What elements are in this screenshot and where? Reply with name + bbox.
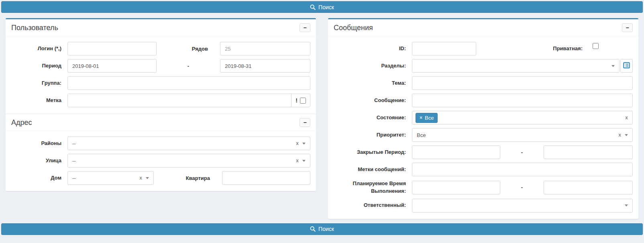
- left-column: Пользователь − Логин (*,) Рядов Период: [6, 18, 316, 191]
- chevron-down-icon: [611, 65, 615, 67]
- period-label: Период: [11, 62, 67, 70]
- priority-select[interactable]: Все x: [412, 128, 633, 142]
- house-label: Дом: [11, 174, 67, 182]
- chevron-down-icon: [146, 177, 149, 179]
- row-sections: Разделы:: [334, 59, 633, 73]
- priority-label: Приоритет:: [334, 131, 412, 139]
- search-button-top[interactable]: Поиск: [1, 1, 643, 13]
- message-tags-label: Метки сообщений:: [334, 166, 412, 174]
- row-priority: Приоритет: Все x: [334, 128, 633, 142]
- districts-clear-icon[interactable]: x: [296, 141, 299, 146]
- street-label: Улица: [11, 157, 67, 165]
- tag-input-group: !: [67, 94, 310, 107]
- street-clear-icon[interactable]: x: [296, 158, 299, 163]
- content-area: Пользователь − Логин (*,) Рядов Период: [0, 18, 644, 219]
- messages-collapse-button[interactable]: −: [622, 23, 633, 32]
- row-districts: Районы -- x: [11, 137, 310, 150]
- id-input[interactable]: [412, 42, 476, 55]
- planned-time-to-input[interactable]: [544, 181, 633, 194]
- rows-input[interactable]: [220, 42, 310, 55]
- search-button-bottom[interactable]: Поиск: [1, 223, 643, 235]
- search-button-label: Поиск: [318, 226, 334, 232]
- message-tags-input[interactable]: [412, 163, 633, 176]
- message-input[interactable]: [412, 94, 633, 107]
- login-input[interactable]: [67, 42, 157, 55]
- user-section-body: Логин (*,) Рядов Период - Группа:: [6, 36, 316, 114]
- closed-period-to-input[interactable]: [544, 145, 633, 159]
- row-responsible: Ответственный:: [334, 199, 633, 212]
- house-select[interactable]: -- x: [67, 171, 154, 185]
- responsible-label: Ответственный:: [334, 202, 412, 209]
- row-planned-time: Планируемое Время Выполнения: -: [334, 180, 633, 195]
- planned-time-label: Планируемое Время Выполнения:: [334, 180, 412, 195]
- row-message: Сообщение:: [334, 94, 633, 107]
- group-label: Группа:: [11, 80, 67, 87]
- house-clear-icon[interactable]: x: [139, 176, 142, 180]
- districts-value: --: [72, 141, 296, 147]
- period-from-input[interactable]: [67, 59, 157, 73]
- messages-section-header: Сообщения −: [328, 19, 638, 36]
- messages-section-body: ID: Приватная: Разделы:: [328, 36, 638, 219]
- row-house-apartment: Дом -- x Квартира: [11, 171, 310, 185]
- sections-label: Разделы:: [334, 62, 412, 70]
- address-section-body: Районы -- x Улица --: [6, 131, 316, 191]
- priority-clear-icon[interactable]: x: [618, 133, 621, 137]
- street-value: --: [72, 158, 296, 164]
- private-label: Приватная:: [553, 45, 593, 53]
- address-section-title: Адрес: [11, 118, 32, 127]
- list-icon: [623, 62, 630, 70]
- id-label: ID:: [334, 45, 412, 53]
- user-collapse-button[interactable]: −: [300, 23, 310, 32]
- section-address: Адрес − Районы -- x: [6, 114, 316, 191]
- priority-value: Все: [417, 132, 618, 138]
- row-period: Период -: [11, 59, 310, 73]
- responsible-select[interactable]: [412, 199, 633, 212]
- user-section-header: Пользователь −: [6, 19, 316, 36]
- address-section-header: Адрес −: [6, 114, 316, 131]
- apartment-input[interactable]: [222, 171, 310, 185]
- private-checkbox[interactable]: [593, 43, 599, 49]
- address-collapse-button[interactable]: −: [300, 118, 310, 127]
- subject-label: Тема:: [334, 80, 412, 87]
- row-state: Состояние: × Все x: [334, 111, 633, 125]
- row-tag: Метка !: [11, 94, 310, 107]
- house-value: --: [72, 175, 139, 181]
- search-icon: [310, 226, 316, 232]
- row-closed-period: Закрытые Период: -: [334, 145, 633, 159]
- state-clear-icon[interactable]: x: [625, 115, 628, 120]
- tag-remove-icon[interactable]: ×: [420, 115, 422, 120]
- section-user: Пользователь − Логин (*,) Рядов Период: [6, 19, 316, 114]
- period-to-input[interactable]: [220, 59, 310, 73]
- chevron-down-icon: [625, 204, 628, 206]
- user-address-card: Пользователь − Логин (*,) Рядов Период: [6, 18, 316, 191]
- subject-input[interactable]: [412, 76, 633, 90]
- row-street: Улица -- x: [11, 154, 310, 167]
- rows-label: Рядов: [192, 46, 220, 52]
- state-multiselect[interactable]: × Все x: [412, 111, 633, 125]
- planned-time-from-input[interactable]: [412, 181, 500, 194]
- messages-section-title: Сообщения: [334, 24, 373, 32]
- closed-period-from-input[interactable]: [412, 145, 500, 159]
- tag-exact-checkbox[interactable]: [300, 98, 306, 104]
- tag-input[interactable]: [68, 94, 291, 107]
- minus-icon: −: [626, 25, 629, 31]
- messages-card: Сообщения − ID: Приватная:: [328, 18, 638, 219]
- minus-icon: −: [303, 25, 306, 31]
- chevron-down-icon: [302, 143, 306, 145]
- group-input[interactable]: [67, 76, 310, 90]
- tag-label: Метка: [11, 97, 67, 104]
- tag-addon: !: [291, 94, 310, 107]
- sections-tree-button[interactable]: [620, 59, 633, 73]
- state-label: Состояние:: [334, 114, 412, 122]
- planned-time-separator: -: [500, 184, 544, 190]
- search-icon: [310, 4, 316, 10]
- search-button-label: Поиск: [318, 4, 334, 10]
- sections-select[interactable]: [412, 59, 620, 73]
- chevron-down-icon: [625, 134, 628, 136]
- row-login-rows: Логин (*,) Рядов: [11, 42, 310, 55]
- row-id-private: ID: Приватная:: [334, 42, 633, 55]
- closed-period-label: Закрытые Период:: [334, 149, 412, 156]
- districts-select[interactable]: -- x: [67, 137, 310, 150]
- private-wrap: Приватная:: [553, 45, 599, 53]
- street-select[interactable]: -- x: [67, 154, 310, 167]
